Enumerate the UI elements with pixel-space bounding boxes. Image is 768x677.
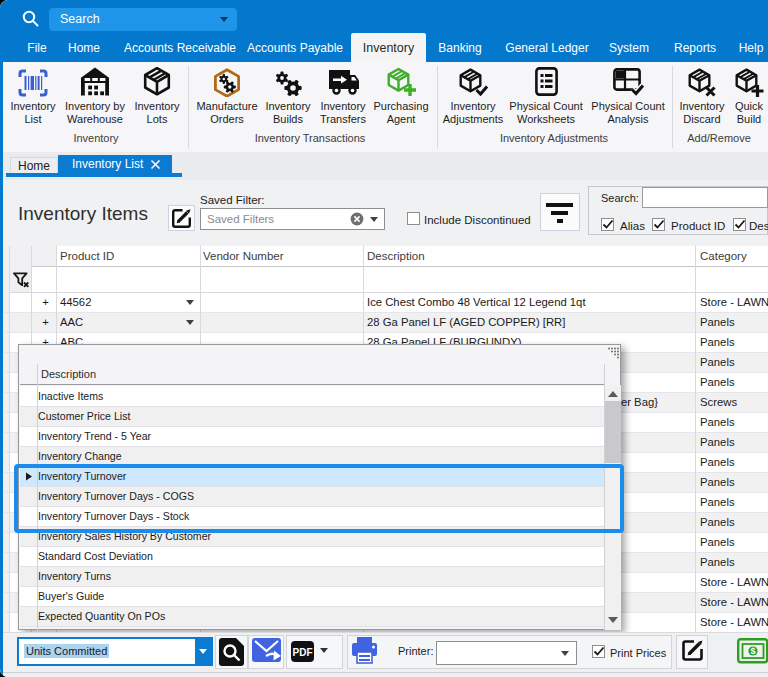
svg-text:$: $: [750, 646, 755, 656]
svg-text:PDF: PDF: [293, 647, 313, 658]
